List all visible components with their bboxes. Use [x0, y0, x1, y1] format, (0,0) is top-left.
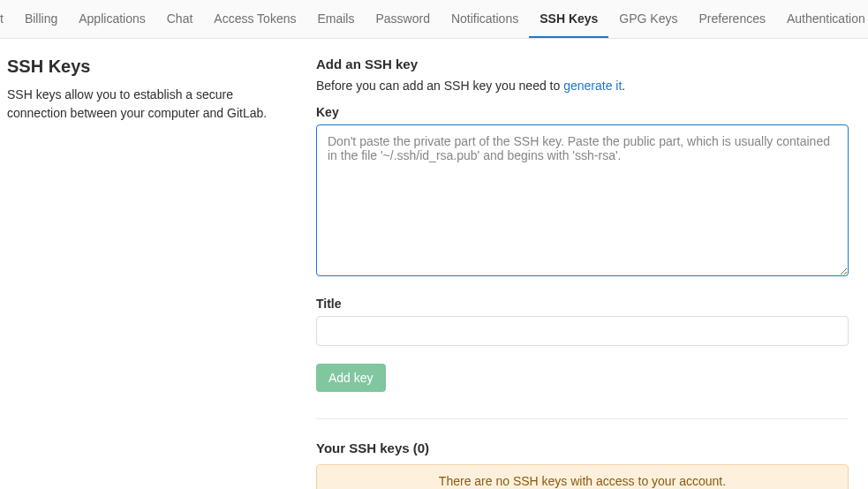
divider — [316, 418, 849, 419]
title-input[interactable] — [316, 316, 849, 346]
empty-keys-alert: There are no SSH keys with access to you… — [316, 464, 849, 489]
helper-prefix: Before you can add an SSH key you need t… — [316, 79, 563, 93]
title-label: Title — [316, 297, 849, 311]
tab-label: Chat — [167, 11, 193, 26]
tab-notifications[interactable]: Notifications — [441, 1, 529, 38]
add-key-button[interactable]: Add key — [316, 364, 386, 392]
tab-gpg-keys[interactable]: GPG Keys — [608, 1, 688, 38]
tab-label: Applications — [79, 11, 146, 26]
generate-key-link[interactable]: generate it — [563, 79, 622, 93]
page-title: SSH Keys — [7, 56, 290, 77]
content-area: SSH Keys SSH keys allow you to establish… — [0, 39, 868, 489]
tab-billing[interactable]: Billing — [14, 1, 68, 38]
tab-applications[interactable]: Applications — [68, 1, 156, 38]
title-field-group: Title — [316, 297, 849, 346]
add-key-heading: Add an SSH key — [316, 56, 849, 71]
tab-label: Preferences — [699, 11, 766, 26]
tab-label: Billing — [25, 11, 57, 26]
key-label: Key — [316, 105, 849, 119]
right-column: Add an SSH key Before you can add an SSH… — [316, 56, 861, 489]
tab-label: Password — [375, 11, 429, 26]
tab-label: Notifications — [451, 11, 518, 26]
tab-label: GPG Keys — [619, 11, 677, 26]
key-textarea[interactable] — [316, 124, 849, 276]
tab-label: Access Tokens — [214, 11, 296, 26]
key-field-group: Key — [316, 105, 849, 279]
helper-text: Before you can add an SSH key you need t… — [316, 79, 849, 93]
helper-suffix: . — [622, 79, 625, 93]
tab-preferences[interactable]: Preferences — [689, 1, 776, 38]
tab-label: Authentication log — [787, 11, 868, 26]
tab-label: Emails — [317, 11, 354, 26]
tab-emails[interactable]: Emails — [306, 1, 365, 38]
tab-ssh-keys[interactable]: SSH Keys — [529, 1, 608, 38]
page-description: SSH keys allow you to establish a secure… — [7, 86, 290, 123]
tab-access-tokens[interactable]: Access Tokens — [203, 1, 306, 38]
left-column: SSH Keys SSH keys allow you to establish… — [7, 56, 290, 489]
tab-cutoff[interactable]: t — [0, 1, 14, 38]
tab-label: t — [0, 11, 4, 26]
tab-chat[interactable]: Chat — [156, 1, 204, 38]
tab-label: SSH Keys — [540, 11, 598, 26]
tab-authentication-log[interactable]: Authentication log — [776, 1, 868, 38]
your-keys-heading: Your SSH keys (0) — [316, 440, 849, 455]
tab-password[interactable]: Password — [365, 1, 440, 38]
settings-tabs: t Billing Applications Chat Access Token… — [0, 0, 868, 39]
